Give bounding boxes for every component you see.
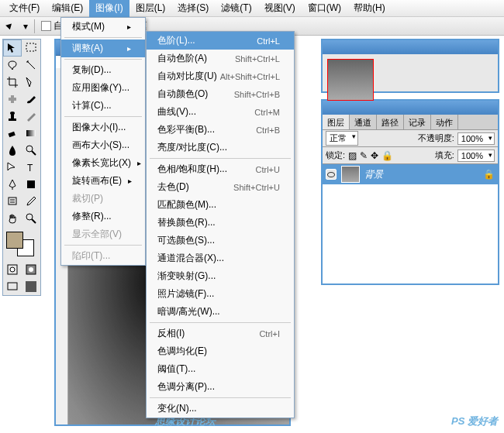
notes-tool[interactable] <box>3 193 22 210</box>
tab-1[interactable]: 通道 <box>350 115 377 129</box>
menu-item[interactable]: 计算(C)... <box>61 97 145 115</box>
menu-item[interactable]: 图像大小(I)... <box>61 119 145 136</box>
panel-tabs: 图层通道路径记录动作 <box>323 115 498 130</box>
panel-titlebar[interactable] <box>323 101 498 115</box>
path-tool[interactable] <box>3 159 22 176</box>
menu-item[interactable]: 应用图像(Y)... <box>61 79 145 97</box>
menu-item[interactable]: 渐变映射(G)... <box>147 267 294 285</box>
menu-8[interactable]: 帮助(H) <box>347 0 392 17</box>
foreground-color[interactable] <box>6 232 23 249</box>
blur-tool[interactable] <box>3 142 22 159</box>
stamp-tool[interactable] <box>3 108 22 125</box>
checkbox[interactable] <box>41 21 51 31</box>
lock-brush-icon[interactable]: ✎ <box>360 150 368 161</box>
lock-pixels-icon[interactable]: ▨ <box>348 150 357 161</box>
screen-standard[interactable] <box>3 278 22 295</box>
pen-tool[interactable] <box>3 176 22 193</box>
menu-item[interactable]: 自动颜色(O)Shift+Ctrl+B <box>147 85 294 103</box>
tab-0[interactable]: 图层 <box>323 115 350 129</box>
menu-item[interactable]: 画布大小(S)... <box>61 136 145 154</box>
menu-item[interactable]: 色彩平衡(B)...Ctrl+B <box>147 121 294 139</box>
brush-tool[interactable] <box>22 91 40 108</box>
layer-row[interactable]: 背景 🔒 <box>323 164 498 184</box>
layer-thumbnail[interactable] <box>341 166 360 183</box>
svg-point-14 <box>10 267 15 272</box>
tab-2[interactable]: 路径 <box>377 115 404 129</box>
menu-item[interactable]: 替换颜色(R)... <box>147 214 294 232</box>
fill-input[interactable]: 100% <box>457 149 495 162</box>
menu-item[interactable]: 照片滤镜(F)... <box>147 285 294 303</box>
menu-item[interactable]: 色相/饱和度(H)...Ctrl+U <box>147 160 294 178</box>
screen-full[interactable] <box>22 278 40 295</box>
menu-1[interactable]: 编辑(E) <box>46 0 89 17</box>
dodge-tool[interactable] <box>22 142 40 159</box>
dropdown-arrow[interactable]: ▾ <box>23 21 28 32</box>
menu-item[interactable]: 反相(I)Ctrl+I <box>147 325 294 342</box>
separator <box>64 116 142 117</box>
gradient-tool[interactable] <box>22 125 40 142</box>
visibility-icon[interactable] <box>326 169 337 180</box>
screenmode-tool[interactable] <box>22 261 40 278</box>
eraser-tool[interactable] <box>3 125 22 142</box>
lasso-tool[interactable] <box>3 57 22 74</box>
menu-item[interactable]: 复制(D)... <box>61 61 145 79</box>
svg-point-16 <box>29 267 33 272</box>
menu-item[interactable]: 自动对比度(U)Alt+Shift+Ctrl+L <box>147 67 294 85</box>
menu-4[interactable]: 选择(S) <box>171 0 215 17</box>
menu-item[interactable]: 色调分离(P)... <box>147 378 294 396</box>
menu-item[interactable]: 亮度/对比度(C)... <box>147 139 294 156</box>
navigator-thumbnail[interactable] <box>327 59 374 101</box>
menu-item[interactable]: 调整(A) <box>61 40 145 57</box>
menu-item[interactable]: 色阶(L)...Ctrl+L <box>147 32 294 50</box>
zoom-tool[interactable] <box>22 210 40 227</box>
menu-3[interactable]: 图层(L) <box>129 0 172 17</box>
menu-item[interactable]: 通道混合器(X)... <box>147 249 294 267</box>
svg-point-8 <box>26 146 33 152</box>
move-tool-icon <box>5 20 17 33</box>
menu-item[interactable]: 模式(M) <box>61 18 145 36</box>
layer-options-row1: 正常 不透明度: 100% <box>323 130 498 147</box>
color-swatches[interactable] <box>3 230 40 261</box>
tab-4[interactable]: 动作 <box>431 115 458 129</box>
menu-item[interactable]: 变化(N)... <box>147 400 294 418</box>
menu-item[interactable]: 暗调/高光(W)... <box>147 303 294 321</box>
wand-tool[interactable] <box>22 57 40 74</box>
shape-tool[interactable] <box>22 176 40 193</box>
separator <box>150 158 291 159</box>
marquee-tool[interactable] <box>22 40 40 57</box>
panel-titlebar[interactable] <box>323 40 498 54</box>
history-brush-tool[interactable] <box>22 108 40 125</box>
hand-tool[interactable] <box>3 210 22 227</box>
menu-6[interactable]: 视图(V) <box>258 0 302 17</box>
move-tool[interactable] <box>3 40 22 57</box>
tab-3[interactable]: 记录 <box>404 115 431 129</box>
menu-bar: 文件(F)编辑(E)图像(I)图层(L)选择(S)滤镜(T)视图(V)窗口(W)… <box>0 0 504 17</box>
menu-item[interactable]: 色调均化(E) <box>147 342 294 360</box>
image-menu: 模式(M)调整(A)复制(D)...应用图像(Y)...计算(C)...图像大小… <box>60 17 146 266</box>
lock-label: 锁定: <box>326 149 345 161</box>
menu-5[interactable]: 滤镜(T) <box>215 0 257 17</box>
menu-item[interactable]: 曲线(V)...Ctrl+M <box>147 103 294 121</box>
menu-item[interactable]: 去色(D)Shift+Ctrl+U <box>147 178 294 196</box>
blend-mode-select[interactable]: 正常 <box>326 131 358 146</box>
menu-0[interactable]: 文件(F) <box>3 0 46 17</box>
opacity-input[interactable]: 100% <box>457 132 495 145</box>
menu-item: 裁切(P) <box>61 190 145 208</box>
menu-item[interactable]: 可选颜色(S)... <box>147 232 294 249</box>
type-tool[interactable]: T <box>22 159 40 176</box>
menu-item[interactable]: 阈值(T)... <box>147 360 294 378</box>
menu-7[interactable]: 窗口(W) <box>302 0 347 17</box>
menu-item[interactable]: 匹配颜色(M)... <box>147 196 294 214</box>
slice-tool[interactable] <box>22 74 40 91</box>
lock-move-icon[interactable]: ✥ <box>371 150 378 161</box>
quickmask-tool[interactable] <box>3 261 22 278</box>
menu-2[interactable]: 图像(I) <box>89 0 129 17</box>
lock-all-icon[interactable]: 🔒 <box>381 150 393 161</box>
menu-item[interactable]: 自动色阶(A)Shift+Ctrl+L <box>147 50 294 67</box>
menu-item[interactable]: 旋转画布(E) <box>61 172 145 190</box>
crop-tool[interactable] <box>3 74 22 91</box>
menu-item[interactable]: 修整(R)... <box>61 208 145 225</box>
heal-tool[interactable] <box>3 91 22 108</box>
menu-item[interactable]: 像素长宽比(X) <box>61 154 145 172</box>
eyedropper-tool[interactable] <box>22 193 40 210</box>
